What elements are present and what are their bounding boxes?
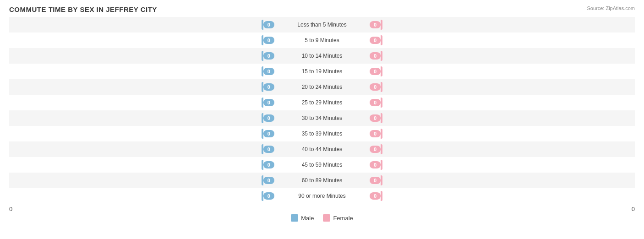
bar-row: 0 30 to 34 Minutes 0: [9, 110, 635, 126]
value-badge-male: 0: [263, 68, 274, 75]
left-section: 0: [9, 126, 276, 141]
legend-male: Male: [291, 214, 314, 222]
left-section: 0: [9, 17, 276, 33]
bar-female: [381, 191, 382, 201]
right-section: 0: [368, 188, 635, 204]
bar-female: [381, 51, 382, 61]
category-label: 10 to 14 Minutes: [302, 53, 343, 59]
category-label: 15 to 19 Minutes: [302, 68, 343, 75]
bar-female: [381, 98, 382, 108]
category-label: 30 to 34 Minutes: [302, 115, 343, 121]
category-label: 20 to 24 Minutes: [302, 84, 343, 90]
right-section: 0: [368, 17, 635, 33]
value-badge-male: 0: [263, 99, 274, 106]
value-badge-female: 0: [370, 114, 381, 122]
value-badge-female: 0: [370, 146, 381, 153]
value-badge-female: 0: [370, 37, 381, 44]
left-section: 0: [9, 48, 276, 64]
value-badge-female: 0: [370, 130, 381, 137]
value-badge-female: 0: [370, 21, 381, 28]
left-section-inner: 0: [9, 113, 274, 123]
legend-male-label: Male: [301, 215, 314, 222]
value-badge-female: 0: [370, 177, 381, 184]
value-badge-male: 0: [263, 52, 274, 60]
bar-female: [381, 82, 382, 92]
right-section-inner: 0: [370, 160, 635, 170]
category-label: 5 to 9 Minutes: [305, 37, 339, 43]
left-section-inner: 0: [9, 191, 274, 201]
bar-row: 0 40 to 44 Minutes 0: [9, 141, 635, 157]
legend-female-box: [323, 214, 330, 222]
chart-container: COMMUTE TIME BY SEX IN JEFFREY CITY Sour…: [0, 0, 644, 239]
bar-row: 0 Less than 5 Minutes 0: [9, 17, 635, 33]
right-section: 0: [368, 126, 635, 141]
left-section: 0: [9, 95, 276, 110]
chart-area: 0 Less than 5 Minutes 0 0 5 to 9 Minutes: [9, 17, 635, 204]
right-section: 0: [368, 33, 635, 48]
label-section: 90 or more Minutes: [276, 193, 368, 199]
left-section-inner: 0: [9, 35, 274, 45]
bar-row: 0 5 to 9 Minutes 0: [9, 33, 635, 48]
right-section: 0: [368, 64, 635, 79]
left-section-inner: 0: [9, 82, 274, 92]
bar-row: 0 35 to 39 Minutes 0: [9, 126, 635, 141]
bar-row: 0 25 to 29 Minutes 0: [9, 95, 635, 110]
value-badge-male: 0: [263, 114, 274, 122]
left-section: 0: [9, 33, 276, 48]
right-section-inner: 0: [370, 144, 635, 154]
label-section: 5 to 9 Minutes: [276, 37, 368, 43]
label-section: Less than 5 Minutes: [276, 22, 368, 28]
right-section-inner: 0: [370, 113, 635, 123]
bar-row: 0 15 to 19 Minutes 0: [9, 64, 635, 79]
legend-female-label: Female: [333, 215, 353, 222]
bar-row: 0 20 to 24 Minutes 0: [9, 79, 635, 95]
left-section: 0: [9, 110, 276, 126]
bar-row: 0 60 to 89 Minutes 0: [9, 173, 635, 188]
label-section: 30 to 34 Minutes: [276, 115, 368, 121]
left-section: 0: [9, 64, 276, 79]
right-section-inner: 0: [370, 98, 635, 108]
category-label: 35 to 39 Minutes: [302, 130, 343, 137]
bar-row: 0 90 or more Minutes 0: [9, 188, 635, 204]
right-section: 0: [368, 141, 635, 157]
left-section: 0: [9, 157, 276, 173]
right-section: 0: [368, 79, 635, 95]
value-badge-female: 0: [370, 83, 381, 91]
category-label: 40 to 44 Minutes: [302, 146, 343, 152]
left-section-inner: 0: [9, 98, 274, 108]
value-badge-male: 0: [263, 83, 274, 91]
bar-female: [381, 160, 382, 170]
axis-right: 0: [632, 206, 635, 212]
right-section: 0: [368, 157, 635, 173]
right-section-inner: 0: [370, 82, 635, 92]
right-section-inner: 0: [370, 51, 635, 61]
right-section: 0: [368, 48, 635, 64]
value-badge-male: 0: [263, 21, 274, 28]
value-badge-male: 0: [263, 130, 274, 137]
bar-female: [381, 144, 382, 154]
value-badge-female: 0: [370, 68, 381, 75]
category-label: 25 to 29 Minutes: [302, 99, 343, 106]
bar-female: [381, 20, 382, 30]
bar-row: 0 45 to 59 Minutes 0: [9, 157, 635, 173]
right-section: 0: [368, 173, 635, 188]
bar-female: [381, 35, 382, 45]
label-section: 15 to 19 Minutes: [276, 68, 368, 75]
left-section: 0: [9, 173, 276, 188]
category-label: Less than 5 Minutes: [297, 22, 346, 28]
legend-female: Female: [323, 214, 353, 222]
value-badge-female: 0: [370, 161, 381, 168]
left-section: 0: [9, 188, 276, 204]
category-label: 90 or more Minutes: [298, 193, 345, 199]
right-section-inner: 0: [370, 66, 635, 76]
value-badge-male: 0: [263, 146, 274, 153]
left-section-inner: 0: [9, 160, 274, 170]
left-section-inner: 0: [9, 66, 274, 76]
label-section: 25 to 29 Minutes: [276, 99, 368, 106]
right-section-inner: 0: [370, 129, 635, 139]
value-badge-male: 0: [263, 192, 274, 200]
category-label: 45 to 59 Minutes: [302, 162, 343, 168]
label-section: 45 to 59 Minutes: [276, 162, 368, 168]
axis-left: 0: [9, 206, 12, 212]
left-section: 0: [9, 79, 276, 95]
